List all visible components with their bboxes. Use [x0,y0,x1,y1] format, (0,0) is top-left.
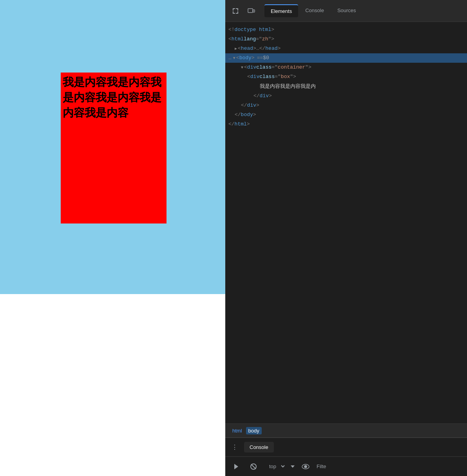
dom-body-line[interactable]: … ▼ <body> == $0 [225,53,467,63]
devtools-breadcrumb: html body [225,423,467,438]
toolbar-icons [228,4,258,18]
svg-marker-6 [291,465,295,468]
svg-rect-1 [253,10,255,12]
dom-box-close-line[interactable]: </div> [225,91,467,101]
eye-button[interactable] [299,460,312,473]
dom-html-line[interactable]: <html lang="zh" > [225,35,467,44]
dom-doctype-line[interactable]: <!doctype html> [225,25,467,35]
dom-head-line[interactable]: ▶ <head>…</head> [225,44,467,53]
box-text: 我是内容我是内容我是内容我是内容我是内容我是内容 [61,73,167,123]
context-selector[interactable]: top [264,461,286,471]
console-menu-button[interactable]: ⋮ [228,442,241,452]
elements-panel: <!doctype html> <html lang="zh" > ▶ <hea… [225,22,467,423]
breadcrumb-body[interactable]: body [246,427,262,434]
dom-container-line[interactable]: ▼ <div class="container" > [225,63,467,72]
tab-console[interactable]: Console [299,4,330,17]
filter-label: Filte [317,463,326,469]
devtools-toolbar: Elements Console Sources [225,0,467,22]
block-requests-button[interactable] [247,460,260,473]
svg-rect-0 [248,9,253,13]
console-toolbar: ⋮ Console [225,438,467,456]
container-div: 我是内容我是内容我是内容我是内容我是内容我是内容 [0,0,225,294]
execute-script-button[interactable] [230,460,243,473]
devtools-tabs: Elements Console Sources [264,4,362,17]
svg-marker-3 [234,464,238,469]
device-toolbar-button[interactable] [244,4,258,18]
svg-point-8 [304,465,307,468]
dom-box-line[interactable]: <div class="box" > [225,72,467,82]
tab-sources[interactable]: Sources [331,4,362,17]
dom-box-text-line: 我是内容我是内容我是内 [225,82,467,91]
browser-viewport: 我是内容我是内容我是内容我是内容我是内容我是内容 [0,0,225,476]
dom-body-close-line[interactable]: </body> [225,110,467,120]
console-bar: top Filte [225,456,467,476]
tab-elements[interactable]: Elements [264,4,298,17]
dom-html-close-line[interactable]: </html> [225,120,467,129]
breadcrumb-html[interactable]: html [230,427,244,434]
dom-container-close-line[interactable]: </div> [225,101,467,110]
inspect-element-button[interactable] [228,4,243,18]
box-div: 我是内容我是内容我是内容我是内容我是内容我是内容 [61,73,167,223]
svg-line-5 [251,464,256,469]
devtools-panel: Elements Console Sources <!doctype html>… [225,0,467,476]
console-tab-button[interactable]: Console [244,442,274,452]
dropdown-arrow-icon [291,465,295,469]
